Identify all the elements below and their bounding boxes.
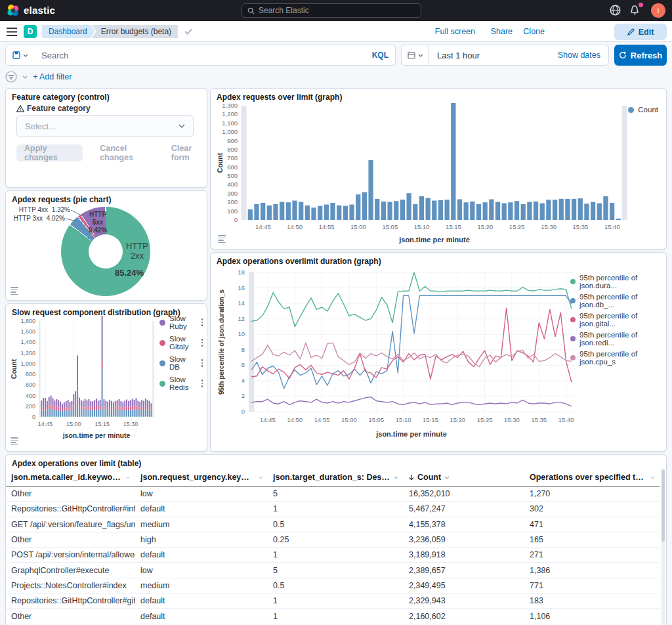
panel-title: Apdex operations overlimit duration (gra… bbox=[217, 257, 381, 266]
legend-item[interactable]: 95th percentile of json.gital... bbox=[570, 312, 666, 328]
svg-text:1,400: 1,400 bbox=[20, 339, 35, 345]
share-link[interactable]: Share bbox=[491, 27, 513, 36]
calendar-menu-button[interactable] bbox=[402, 45, 429, 65]
svg-text:1,100: 1,100 bbox=[222, 119, 238, 127]
table-cell: 5 bbox=[268, 566, 404, 575]
table-column-header[interactable]: json.meta.caller_id.keyword: Desce... bbox=[6, 473, 135, 482]
table-row: Projects::NotesController#indexmedium0.5… bbox=[6, 578, 660, 593]
svg-text:14: 14 bbox=[238, 299, 245, 307]
time-range-value[interactable]: Last 1 hour bbox=[437, 51, 480, 60]
legend-item[interactable]: 95th percentile of json.cpu_s bbox=[570, 350, 666, 366]
feature-category-select[interactable]: Select... bbox=[16, 115, 194, 137]
legend-item-count[interactable]: Count bbox=[628, 106, 658, 114]
pie-label-3xx: HTTP 3xx 4.02% bbox=[6, 215, 65, 223]
svg-text:14:55: 14:55 bbox=[319, 223, 335, 230]
cancel-changes-button[interactable]: Cancel changes bbox=[100, 144, 154, 162]
breadcrumb-current: Error budgets (beta) bbox=[92, 25, 178, 38]
saved-query-menu-button[interactable] bbox=[5, 45, 35, 66]
table-column-header[interactable]: Operations over specified threshold... bbox=[524, 473, 660, 482]
apply-changes-button[interactable]: Apply changes bbox=[16, 144, 83, 162]
full-screen-link[interactable]: Full screen bbox=[435, 27, 475, 36]
refresh-icon bbox=[619, 51, 627, 59]
kql-button[interactable]: KQL bbox=[372, 51, 388, 60]
svg-text:15:30: 15:30 bbox=[123, 421, 138, 427]
svg-text:15:20: 15:20 bbox=[477, 223, 493, 230]
svg-text:15:40: 15:40 bbox=[604, 223, 620, 230]
table-cell: 3,189,918 bbox=[404, 550, 524, 559]
table-column-header[interactable]: json.request_urgency.keyword: Des... bbox=[135, 473, 268, 482]
svg-text:500: 500 bbox=[227, 172, 238, 179]
chevron-down-icon bbox=[22, 75, 28, 79]
user-avatar[interactable]: i bbox=[651, 3, 665, 18]
legend-item[interactable]: Slow Redis bbox=[159, 376, 203, 391]
panel-options-icon[interactable] bbox=[10, 437, 18, 445]
table-row: Otherhigh0.253,236,059165 bbox=[6, 532, 660, 548]
legend-item[interactable]: Slow Ruby bbox=[159, 314, 203, 330]
app-header: elastic Search Elastic i bbox=[0, 0, 672, 21]
svg-text:15:10: 15:10 bbox=[414, 223, 430, 230]
help-icon[interactable] bbox=[610, 5, 621, 18]
date-picker: Last 1 hour Show dates bbox=[401, 45, 609, 66]
svg-text:1,000: 1,000 bbox=[222, 128, 238, 135]
table-cell: 1,106 bbox=[524, 612, 660, 621]
query-search-input[interactable]: Search KQL bbox=[35, 45, 396, 66]
table-cell: medium bbox=[135, 520, 268, 529]
add-filter-link[interactable]: + Add filter bbox=[33, 72, 72, 81]
table-scrollbar-track[interactable] bbox=[662, 469, 665, 625]
legend-item[interactable]: 95th percentile of json.db_... bbox=[570, 293, 666, 309]
legend-actions-icon[interactable] bbox=[201, 359, 203, 367]
svg-text:1,200: 1,200 bbox=[222, 110, 238, 118]
svg-text:json.time per minute: json.time per minute bbox=[62, 431, 131, 439]
svg-text:1,000: 1,000 bbox=[20, 360, 35, 367]
menu-icon[interactable] bbox=[7, 27, 17, 39]
show-dates-link[interactable]: Show dates bbox=[558, 51, 600, 60]
table-cell: Projects::NotesController#index bbox=[6, 581, 135, 590]
table-cell: 1 bbox=[268, 504, 404, 513]
table-cell: 2,349,495 bbox=[404, 581, 524, 590]
svg-text:15:00: 15:00 bbox=[350, 223, 366, 230]
svg-text:12: 12 bbox=[238, 315, 245, 322]
legend-item[interactable]: 95th percentile of json.redi... bbox=[570, 331, 666, 347]
filter-menu-icon[interactable] bbox=[5, 71, 17, 83]
pie-label-5xx: HTTP 5xx 9.42% bbox=[85, 211, 111, 234]
svg-text:1,800: 1,800 bbox=[20, 318, 35, 324]
table-cell: high bbox=[135, 535, 268, 544]
table-cell: default bbox=[135, 596, 268, 605]
legend-actions-icon[interactable] bbox=[201, 379, 203, 387]
table-cell: 0.25 bbox=[268, 535, 404, 544]
panel-options-icon[interactable] bbox=[10, 287, 18, 295]
table-column-header[interactable]: Count bbox=[404, 473, 524, 482]
global-search-input[interactable]: Search Elastic bbox=[242, 3, 421, 18]
table-cell: 2,389,657 bbox=[404, 566, 524, 575]
legend-item[interactable]: Slow Gitaly bbox=[159, 335, 203, 351]
svg-text:14:55: 14:55 bbox=[314, 416, 330, 423]
table-cell: 302 bbox=[524, 504, 660, 513]
space-avatar[interactable]: D bbox=[24, 25, 37, 38]
chevron-down-icon bbox=[418, 54, 423, 57]
breadcrumb-dashboard[interactable]: Dashboard bbox=[42, 25, 95, 38]
svg-text:14:50: 14:50 bbox=[287, 416, 303, 423]
refresh-button[interactable]: Refresh bbox=[614, 45, 667, 66]
legend-item[interactable]: 95th percentile of json.dura... bbox=[570, 274, 666, 290]
elastic-logo[interactable] bbox=[7, 4, 20, 17]
legend-actions-icon[interactable] bbox=[201, 318, 203, 326]
panel-options-icon[interactable] bbox=[218, 235, 226, 243]
clone-link[interactable]: Clone bbox=[523, 27, 545, 36]
table-body: Otherlow516,352,0101,270Repositories::Gi… bbox=[6, 486, 660, 624]
svg-text:600: 600 bbox=[26, 381, 35, 388]
legend-actions-icon[interactable] bbox=[201, 339, 203, 347]
clear-form-button[interactable]: Clear form bbox=[171, 144, 207, 162]
table-cell: 183 bbox=[524, 596, 660, 605]
svg-text:15:35: 15:35 bbox=[573, 223, 589, 230]
brand-name: elastic bbox=[24, 5, 55, 16]
alerts-icon[interactable] bbox=[629, 4, 642, 17]
svg-text:200: 200 bbox=[227, 198, 238, 205]
sort-chevron-icon bbox=[259, 476, 262, 479]
table-cell: 5,467,247 bbox=[404, 504, 524, 513]
table-column-header[interactable]: json.target_duration_s: Descending bbox=[268, 473, 404, 482]
table-scrollbar-thumb bbox=[662, 469, 665, 542]
legend-item[interactable]: Slow DB bbox=[159, 355, 203, 371]
svg-text:300: 300 bbox=[227, 190, 238, 197]
svg-text:0: 0 bbox=[242, 408, 245, 415]
edit-button[interactable]: Edit bbox=[614, 24, 667, 40]
